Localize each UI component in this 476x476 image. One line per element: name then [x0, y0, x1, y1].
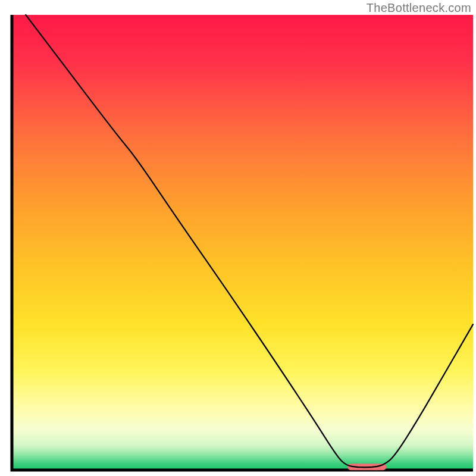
bottleneck-chart: [0, 0, 476, 476]
gradient-background: [12, 15, 473, 470]
watermark-text: TheBottleneck.com: [367, 1, 471, 15]
chart-container: TheBottleneck.com: [0, 0, 476, 476]
